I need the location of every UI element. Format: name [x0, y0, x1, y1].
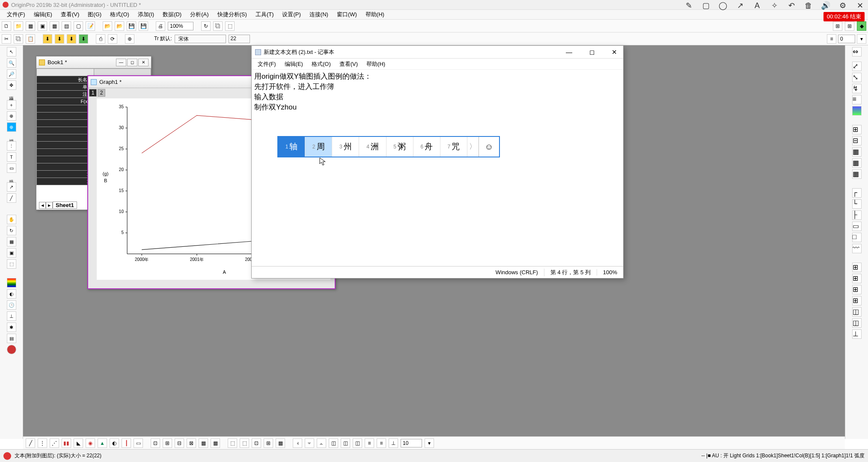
zoom-out-tool-icon[interactable]: 🔎	[7, 69, 16, 79]
merge-icon[interactable]: ⊞	[852, 125, 862, 134]
new-folder-button[interactable]: 📁	[14, 21, 23, 31]
mask-icon[interactable]: ⊡	[151, 438, 160, 448]
surface-plot-icon[interactable]: ◐	[110, 438, 119, 448]
print-button[interactable]: 🖨	[156, 21, 165, 31]
zoom-xy-icon[interactable]: ↯	[852, 84, 862, 93]
ime-candidate-5[interactable]: 5粥	[386, 137, 413, 157]
add-top-x-button[interactable]: ⊞	[833, 21, 842, 31]
offset-icon[interactable]	[852, 106, 862, 116]
left-axis-icon[interactable]: ├	[852, 210, 862, 220]
menu-file[interactable]: 文件(F)	[3, 10, 30, 19]
bottom-left-icon[interactable]: └	[852, 199, 862, 209]
mask4-icon[interactable]: ⊠	[187, 438, 196, 448]
arrow-tool-icon[interactable]: ↗	[7, 182, 16, 192]
asterisk-icon[interactable]: ✱	[7, 323, 16, 332]
np-menu-format[interactable]: 格式(O)	[307, 59, 335, 69]
sheet-prev-icon[interactable]: ◂	[39, 202, 46, 209]
width-spin-icon[interactable]: ▾	[425, 438, 434, 448]
new-layout-button[interactable]: ▢	[74, 21, 83, 31]
volume-icon[interactable]: 🔊	[821, 1, 830, 10]
pan-tool-icon[interactable]: ✋	[7, 215, 16, 224]
import-multi-button[interactable]: ⬇	[67, 34, 76, 44]
trash-icon[interactable]: 🗑	[804, 1, 813, 10]
font-name-combo[interactable]: 宋体	[175, 35, 226, 43]
add-layer3-icon[interactable]: ⊞	[852, 285, 862, 294]
xy-scaler-icon[interactable]: ⊥	[7, 311, 16, 321]
add-inset-icon[interactable]: ◫	[852, 307, 862, 317]
np-minimize-button[interactable]: —	[563, 47, 575, 57]
menu-gadgets[interactable]: 快捷分析(S)	[213, 10, 251, 19]
ime-candidate-6[interactable]: 6舟	[413, 137, 440, 157]
pie-plot-icon[interactable]: ◉	[86, 438, 95, 448]
hint-log-tab[interactable]: 提示日志	[8, 176, 15, 179]
save-button[interactable]: 💾	[127, 21, 136, 31]
frame-icon[interactable]: □	[852, 233, 862, 242]
exchange-xy-icon[interactable]: ⤢	[852, 62, 862, 71]
save-template-button[interactable]: 💾	[139, 21, 148, 31]
workbook-titlebar[interactable]: Book1 * — ◻ ✕	[36, 56, 151, 68]
pencil-icon[interactable]: ✎	[684, 1, 693, 10]
sheet-next-icon[interactable]: ▸	[46, 202, 53, 209]
screen-reader-icon[interactable]: ⊕	[7, 111, 16, 121]
align7-icon[interactable]: ≡	[365, 438, 374, 448]
align2-icon[interactable]: ⫟	[305, 438, 314, 448]
menu-tools[interactable]: 工具(T)	[251, 10, 278, 19]
ime-candidate-1[interactable]: 1轴	[278, 137, 305, 157]
rescale-tool-icon[interactable]: ✥	[7, 80, 16, 90]
mask5-icon[interactable]: ▦	[199, 438, 208, 448]
layer-2-button[interactable]: 2	[98, 89, 105, 97]
color-scale-icon[interactable]	[7, 278, 16, 287]
arrow-icon[interactable]: ↗	[735, 1, 745, 10]
copy-button[interactable]: ⿻	[14, 34, 23, 44]
notepad-titlebar[interactable]: 新建文本文档 (2).txt - 记事本 — ◻ ✕	[252, 46, 623, 59]
batch-button[interactable]: ⎙	[96, 34, 105, 44]
project-explorer-tab[interactable]: 项目管理器	[8, 93, 15, 97]
region-tool-icon[interactable]: ⬚	[7, 259, 16, 269]
align5-icon[interactable]: ◫	[341, 438, 350, 448]
align6-icon[interactable]: ◫	[353, 438, 362, 448]
grid2-icon[interactable]: ▦	[852, 158, 862, 168]
draw-tool-icon[interactable]: ▭	[7, 163, 16, 173]
new-project-button[interactable]: 🗋	[2, 21, 11, 31]
np-menu-help[interactable]: 帮助(H)	[362, 59, 389, 69]
open-template-button[interactable]: 📂	[115, 21, 124, 31]
close-button[interactable]: ✕	[138, 59, 149, 66]
bubble-scale-icon[interactable]	[7, 345, 16, 354]
mask6-icon[interactable]: ▦	[211, 438, 220, 448]
new-excel-button[interactable]: ▤	[62, 21, 71, 31]
minimize-button[interactable]: —	[116, 59, 126, 66]
duplicate-button[interactable]: ⿻	[213, 21, 223, 31]
digitize-button[interactable]: ⊕	[125, 34, 134, 44]
new-legend-icon[interactable]: ◐	[7, 289, 16, 299]
circle-icon[interactable]: ◯	[718, 1, 728, 10]
reader-tool-icon[interactable]: ＋	[7, 100, 16, 110]
line-tool-icon[interactable]: ╱	[7, 193, 16, 203]
bounding-box-icon[interactable]: ▭	[852, 222, 862, 231]
np-maximize-button[interactable]: ◻	[587, 47, 597, 57]
menu-connectivity[interactable]: 连接(N)	[305, 10, 333, 19]
add-axes-icon[interactable]: ⊥	[852, 329, 862, 339]
rotate-tool-icon[interactable]: ↻	[7, 226, 16, 235]
ime-candidate-3[interactable]: 3州	[332, 137, 359, 157]
width-input[interactable]	[401, 439, 422, 447]
align1-icon[interactable]: ⫞	[293, 438, 302, 448]
notepad-window[interactable]: 新建文本文档 (2).txt - 记事本 — ◻ ✕ 文件(F) 编辑(E) 格…	[251, 45, 624, 278]
menu-window[interactable]: 窗口(W)	[333, 10, 361, 19]
new-workbook-button[interactable]: ▦	[26, 21, 35, 31]
menu-analysis[interactable]: 分析(A)	[186, 10, 213, 19]
settings-icon[interactable]: ⚙	[838, 1, 847, 10]
insert-graph-icon[interactable]: ▦	[7, 237, 16, 246]
add-layer4-icon[interactable]: ⊞	[852, 296, 862, 305]
layer-num-input[interactable]	[838, 35, 855, 43]
mask3-icon[interactable]: ⊟	[175, 438, 184, 448]
np-close-button[interactable]: ✕	[609, 47, 620, 57]
highlighter-icon[interactable]: ✧	[770, 1, 779, 10]
stock-plot-icon[interactable]: ┃	[122, 438, 131, 448]
pointer-tool-icon[interactable]: ↖	[7, 47, 16, 56]
line-plot-icon[interactable]: ╱	[26, 438, 35, 448]
np-menu-edit[interactable]: 编辑(E)	[280, 59, 307, 69]
lock1-icon[interactable]: ⬚	[228, 438, 237, 448]
top-left-icon[interactable]: ┌	[852, 188, 862, 198]
ime-candidate-bar[interactable]: 1轴 2周 3州 4洲 5粥 6舟 7咒 〉 ☺	[277, 136, 500, 157]
new-notes-button[interactable]: 📝	[86, 21, 95, 31]
